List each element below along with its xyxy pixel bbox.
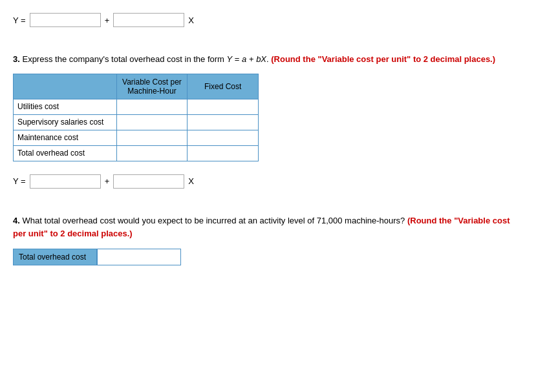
row-label-maintenance: Maintenance cost — [14, 130, 117, 145]
section-3-text: Express the company's total overhead cos… — [22, 54, 271, 64]
s3-x-label: X — [188, 176, 194, 186]
utilities-var-cell — [116, 99, 188, 114]
maintenance-fixed-input[interactable] — [188, 130, 258, 145]
col-label-header — [14, 74, 117, 99]
utilities-fixed-input[interactable] — [188, 99, 258, 114]
supervisory-fixed-cell — [188, 114, 259, 130]
utilities-var-input[interactable] — [117, 99, 188, 114]
utilities-fixed-cell — [188, 99, 259, 114]
section-4: 4. What total overhead cost would you ex… — [13, 214, 545, 266]
col-var-cost-header: Variable Cost perMachine-Hour — [116, 74, 188, 99]
s3-plus-sign: + — [105, 176, 110, 186]
section-4-number: 4. — [13, 216, 20, 225]
row-label-supervisory: Supervisory salaries cost — [14, 114, 117, 130]
total-var-cell — [116, 145, 188, 161]
table-row: Total overhead cost — [14, 145, 259, 161]
s3-formula-input2[interactable] — [113, 174, 184, 189]
table-row: Utilities cost — [14, 99, 259, 114]
section-3: 3. Express the company's total overhead … — [13, 53, 545, 189]
table-row: Supervisory salaries cost — [14, 114, 259, 130]
top-formula-input1[interactable] — [30, 13, 101, 27]
total-overhead-input-cell — [97, 249, 181, 265]
supervisory-var-input[interactable] — [117, 115, 188, 130]
section-3-red-text: (Round the "Variable cost per unit" to 2… — [271, 54, 495, 64]
s3-y-label: Y = — [13, 176, 26, 186]
supervisory-fixed-input[interactable] — [188, 115, 258, 130]
total-overhead-row: Total overhead cost — [13, 249, 545, 265]
total-overhead-label: Total overhead cost — [13, 249, 97, 265]
row-label-total: Total overhead cost — [14, 145, 117, 161]
section-4-title: 4. What total overhead cost would you ex… — [13, 214, 545, 242]
total-fixed-input[interactable] — [188, 146, 258, 161]
top-y-label: Y = — [13, 15, 26, 25]
top-formula-row: Y = + X — [13, 13, 545, 27]
cost-table: Variable Cost perMachine-Hour Fixed Cost… — [13, 74, 259, 161]
maintenance-var-cell — [116, 130, 188, 145]
top-x-label: X — [188, 15, 194, 25]
section-3-title: 3. Express the company's total overhead … — [13, 53, 545, 66]
s3-formula-input1[interactable] — [30, 174, 101, 189]
maintenance-fixed-cell — [188, 130, 259, 145]
total-fixed-cell — [188, 145, 259, 161]
section-4-text: What total overhead cost would you expec… — [22, 216, 407, 225]
section-3-formula-row: Y = + X — [13, 174, 545, 189]
col-fixed-cost-header: Fixed Cost — [188, 74, 259, 99]
section-3-number: 3. — [13, 54, 20, 64]
top-formula-input2[interactable] — [113, 13, 184, 27]
total-var-input[interactable] — [117, 146, 188, 161]
table-row: Maintenance cost — [14, 130, 259, 145]
maintenance-var-input[interactable] — [117, 130, 188, 145]
supervisory-var-cell — [116, 114, 188, 130]
total-overhead-input[interactable] — [98, 249, 180, 265]
row-label-utilities: Utilities cost — [14, 99, 117, 114]
top-plus-sign: + — [105, 15, 110, 25]
